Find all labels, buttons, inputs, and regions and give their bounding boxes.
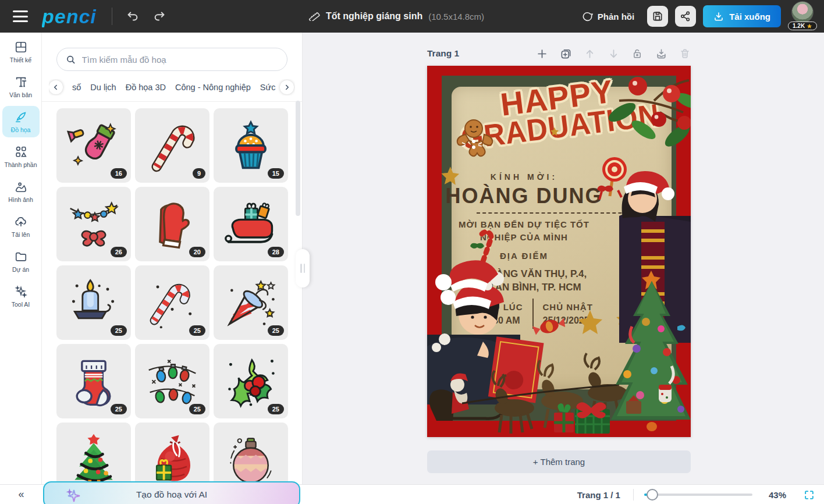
panel-scrollbar[interactable] [296,101,300,216]
mitten-graphic [144,196,200,252]
delete-page-icon[interactable] [679,48,691,59]
sidebar-item-label: Tool AI [12,301,30,308]
undo-icon[interactable] [123,6,143,26]
bottom-bar: « Tạo đồ hoạ với AI Trang 1 / 1 43% [0,484,824,504]
graphic-tile-candy-cane-2[interactable]: 25 [135,265,209,340]
design-page[interactable]: HAPPY GRADUATION KÍNH MỜI: HOÀNG DUNG MỜ… [427,66,691,437]
sidebar-item-label: Tải lên [12,231,30,238]
invitation-location-label: ĐỊA ĐIỂM [427,251,656,261]
left-sidebar: Thiết kế Văn bản Đồ họa Thành phần Hình … [0,33,42,484]
invitation-greeting: KÍNH MỜI: [427,172,656,182]
time-value: 10:30 AM [480,315,523,326]
graphic-tile-red-stocking[interactable]: 25 [56,344,131,418]
user-account[interactable]: 1.2K [791,1,816,31]
graphic-tile-stocking-candy[interactable]: 16 [56,108,131,183]
download-label: Tải xuống [729,12,770,22]
chevron-left-icon[interactable] [49,80,63,94]
graphic-count-badge: 9 [193,168,205,179]
invitation-address-2: Q.TÂN BÌNH, TP. HCM [427,282,662,293]
graphic-tile-mitten[interactable]: 20 [135,187,209,261]
graphic-tile-string-lights[interactable]: 25 [135,344,209,418]
tab-category[interactable]: Du lịch [90,83,116,92]
graphic-count-badge: 25 [268,325,284,336]
share-button[interactable] [675,6,696,27]
date-value: 25/12/2025 [543,315,593,326]
sidebar-item-graphics[interactable]: Đồ họa [2,106,40,137]
date-block: CHỦ NHẬT 25/12/2025 [543,302,593,326]
chevron-right-icon[interactable] [280,80,294,94]
category-tabs: số Du lịch Đồ họa 3D Công - Nông nghiệp … [49,79,295,95]
divider [112,8,112,25]
graphic-tile-cupcake[interactable]: 15 [214,108,288,183]
app-logo[interactable]: penci [42,5,97,28]
invitation-time-row: VÀO LÚC 10:30 AM CHỦ NHẬT 25/12/2025 [480,299,593,329]
add-page-button[interactable]: + Thêm trang [427,450,691,473]
graphic-count-badge: 25 [111,325,127,336]
feedback-button[interactable]: Phản hồi [582,11,634,22]
document-title[interactable]: Tốt nghiệp giáng sinh [326,11,422,22]
divider [633,489,634,501]
graphic-count-badge: 15 [268,168,284,179]
fullscreen-icon[interactable] [804,489,815,501]
search-input[interactable] [82,55,278,65]
shapes-icon [15,145,27,158]
zoom-slider-handle[interactable] [647,489,658,501]
panel-collapse-handle[interactable] [296,249,310,288]
graphic-tile-garland-bow[interactable]: 26 [56,187,131,261]
sidebar-item-design[interactable]: Thiết kế [2,36,40,68]
sidebar-item-uploads[interactable]: Tải lên [2,211,40,242]
graphic-tile-party-popper[interactable]: 25 [214,265,288,340]
download-button[interactable]: Tải xuống [703,5,781,27]
move-down-icon[interactable] [608,48,619,59]
time-divider [532,299,534,329]
ruler-icon[interactable] [308,9,320,23]
collapse-panel-button[interactable]: « [0,488,42,501]
sidebar-item-tool-ai[interactable]: Tool AI [2,281,40,312]
sidebar-item-projects[interactable]: Dự án [2,246,40,277]
tab-category[interactable]: số [72,83,81,92]
graphic-tile-sleigh[interactable]: 28 [214,187,288,261]
move-up-icon[interactable] [584,48,595,59]
graphic-tile-bauble[interactable] [214,423,288,484]
document-title-group: Tốt nghiệp giáng sinh (10.5x14.8cm) [308,0,484,33]
graphic-count-badge: 20 [189,247,205,257]
tab-category[interactable]: Công - Nông nghiệp [175,83,251,92]
zoom-slider[interactable] [644,489,752,501]
graphic-count-badge: 25 [111,404,127,414]
graphic-tile-gift-sack[interactable] [135,423,209,484]
dashed-divider [477,212,645,214]
graphic-tile-christmas-tree[interactable] [56,423,131,484]
graphic-tile-holly[interactable]: 25 [214,344,288,418]
sidebar-item-components[interactable]: Thành phần [2,141,40,172]
duplicate-page-icon[interactable] [560,48,571,59]
sidebar-item-images[interactable]: Hình ảnh [2,176,40,207]
candle-graphic [66,275,122,331]
export-page-icon[interactable] [655,48,667,59]
graphic-count-badge: 26 [111,247,127,257]
redo-icon[interactable] [150,6,169,26]
ai-generate-button[interactable]: Tạo đồ hoạ với AI [43,481,300,504]
search-box[interactable] [56,48,287,71]
sidebar-item-text[interactable]: Văn bản [2,71,40,102]
graphic-tile-candle[interactable]: 25 [56,265,131,340]
sidebar-item-label: Thành phần [4,161,37,168]
tab-category[interactable]: Đồ họa 3D [126,83,166,92]
add-page-icon[interactable] [536,48,548,59]
tab-category[interactable]: Sức [260,83,276,92]
time-label: VÀO LÚC [480,302,523,312]
avatar[interactable] [791,1,814,23]
candy-cane-dots-graphic [144,275,200,331]
graphic-count-badge: 28 [268,247,284,257]
page-toolbar [536,48,691,59]
sidebar-item-label: Đồ họa [11,126,31,133]
menu-icon[interactable] [13,10,28,22]
graphic-count-badge: 25 [268,404,284,414]
graphic-tile-candy-cane[interactable]: 9 [135,108,209,183]
save-button[interactable] [647,6,668,27]
topbar: penci Tốt nghiệp giáng sinh (10.5x14.8cm… [0,0,824,33]
invitation-name: HOÀNG DUNG [427,184,656,208]
lock-page-icon[interactable] [631,48,643,59]
party-popper-graphic [223,275,279,331]
christmas-tree-graphic [66,432,122,484]
sidebar-item-label: Dự án [12,266,29,273]
